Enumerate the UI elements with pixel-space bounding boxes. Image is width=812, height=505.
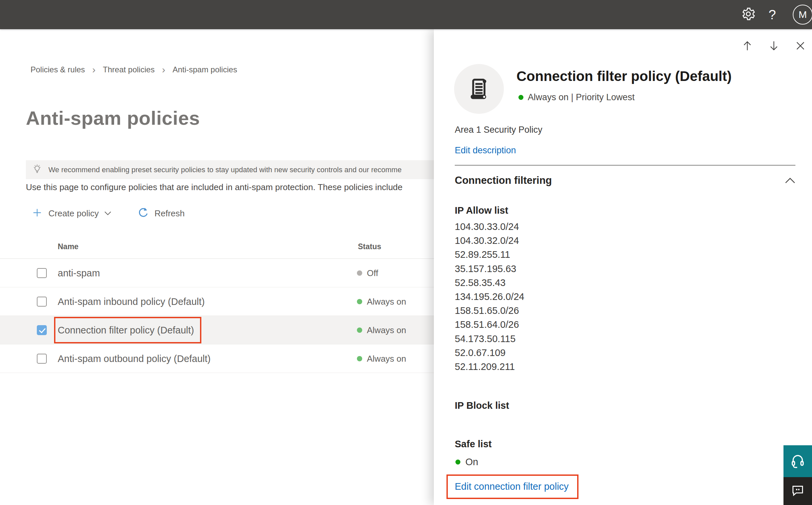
breadcrumb-separator-icon: › <box>162 66 165 74</box>
scroll-icon <box>466 75 492 103</box>
status-label: Off <box>367 268 378 278</box>
policy-name[interactable]: Anti-spam outbound policy (Default) <box>58 353 211 364</box>
next-item-button[interactable] <box>767 39 781 52</box>
status-cell: Always on <box>357 287 406 316</box>
lightbulb-icon <box>32 164 42 176</box>
divider <box>455 165 795 166</box>
flyout-status-line: Always on | Priority Lowest <box>519 92 634 103</box>
breadcrumb-policies-rules[interactable]: Policies & rules <box>30 65 85 74</box>
status-dot <box>357 271 362 276</box>
policy-description: Area 1 Security Policy <box>455 125 542 135</box>
ip-entry: 54.173.50.115 <box>455 332 525 346</box>
ip-entry: 158.51.65.0/26 <box>455 304 525 318</box>
previous-item-button[interactable] <box>741 39 754 52</box>
table-row[interactable]: anti-spam Off <box>0 259 444 287</box>
toolbar: Create policy Refresh <box>32 206 185 221</box>
policy-table: Name Status anti-spam Off Anti-spam inbo… <box>0 236 444 373</box>
policy-name[interactable]: Anti-spam inbound policy (Default) <box>58 296 205 307</box>
feedback-chat-icon <box>790 483 805 499</box>
status-label: Always on <box>367 354 406 364</box>
ip-entry: 52.89.255.11 <box>455 247 525 262</box>
table-row[interactable]: Anti-spam outbound policy (Default) Alwa… <box>0 344 444 373</box>
ip-entry: 52.0.67.109 <box>455 346 525 360</box>
breadcrumb-anti-spam-policies[interactable]: Anti-spam policies <box>173 65 237 74</box>
status-label: Always on <box>367 325 406 335</box>
help-button[interactable]: ? <box>760 0 784 29</box>
refresh-button[interactable]: Refresh <box>137 207 185 220</box>
safe-list-title: Safe list <box>455 439 491 450</box>
account-button[interactable]: M <box>784 0 812 29</box>
policy-name[interactable]: anti-spam <box>58 268 100 279</box>
status-cell: Always on <box>357 344 406 373</box>
arrow-down-icon <box>768 39 780 52</box>
edit-description-link[interactable]: Edit description <box>455 145 516 156</box>
top-app-bar: ? M <box>0 0 812 29</box>
ip-block-list-title: IP Block list <box>455 400 509 411</box>
status-dot <box>357 356 362 361</box>
table-row-selected[interactable]: Connection filter policy (Default) Alway… <box>0 316 444 344</box>
ip-entry: 104.30.32.0/24 <box>455 233 525 247</box>
page-title: Anti-spam policies <box>26 107 200 129</box>
breadcrumb-separator-icon: › <box>92 66 95 74</box>
status-cell: Always on <box>357 316 406 344</box>
table-row[interactable]: Anti-spam inbound policy (Default) Alway… <box>0 287 444 316</box>
refresh-label: Refresh <box>155 208 185 219</box>
row-checkbox[interactable] <box>37 297 47 307</box>
status-priority-label: Always on | Priority Lowest <box>528 92 634 103</box>
refresh-icon <box>137 207 149 220</box>
headset-icon <box>789 452 806 471</box>
flyout-title: Connection filter policy (Default) <box>517 68 795 84</box>
avatar: M <box>793 5 812 25</box>
policy-avatar <box>454 64 504 114</box>
status-dot <box>519 95 524 100</box>
support-button[interactable] <box>784 445 812 477</box>
status-cell: Off <box>357 259 378 287</box>
ip-entry: 52.58.35.43 <box>455 276 525 290</box>
status-dot <box>455 460 460 465</box>
ip-entry: 158.51.64.0/26 <box>455 318 525 331</box>
plus-icon <box>32 207 42 219</box>
avatar-initial: M <box>799 9 807 20</box>
breadcrumb: Policies & rules › Threat policies › Ant… <box>30 65 237 74</box>
safe-list-status-label: On <box>465 457 478 468</box>
chevron-down-icon <box>104 211 112 217</box>
row-checkbox[interactable] <box>37 268 47 278</box>
ip-entry: 35.157.195.63 <box>455 262 525 276</box>
section-connection-filtering: Connection filtering <box>455 175 552 186</box>
flyout-nav <box>741 39 807 52</box>
gear-icon <box>741 6 756 23</box>
status-dot <box>357 299 362 304</box>
close-flyout-button[interactable] <box>794 39 807 52</box>
breadcrumb-threat-policies[interactable]: Threat policies <box>103 65 155 74</box>
ip-entry: 52.11.209.211 <box>455 360 525 374</box>
safe-list-status: On <box>455 457 478 468</box>
create-policy-label: Create policy <box>48 208 99 219</box>
policy-name[interactable]: Connection filter policy (Default) <box>58 325 194 336</box>
chevron-up-icon <box>785 177 795 184</box>
column-header-status[interactable]: Status <box>358 242 381 251</box>
create-policy-button[interactable]: Create policy <box>32 207 112 219</box>
edit-connection-filter-policy-link[interactable]: Edit connection filter policy <box>455 481 569 492</box>
ip-allow-list-title: IP Allow list <box>455 205 508 216</box>
row-checkbox[interactable] <box>37 325 47 335</box>
settings-button[interactable] <box>736 0 760 29</box>
arrow-up-icon <box>741 39 754 52</box>
banner-text: We recommend enabling preset security po… <box>48 166 402 174</box>
app-root: ? M Policies & rules › Threat policies ›… <box>0 0 812 505</box>
feedback-button[interactable] <box>784 477 812 505</box>
ip-entry: 104.30.33.0/24 <box>455 220 525 233</box>
ip-allow-list: 104.30.33.0/24 104.30.32.0/24 52.89.255.… <box>455 220 525 374</box>
row-checkbox[interactable] <box>37 354 47 364</box>
status-label: Always on <box>367 297 406 307</box>
policy-details-flyout: Connection filter policy (Default) Alway… <box>434 29 812 505</box>
close-icon <box>795 40 806 51</box>
page-description: Use this page to configure policies that… <box>26 182 444 192</box>
ip-entry: 134.195.26.0/24 <box>455 290 525 304</box>
help-icon: ? <box>769 7 776 22</box>
status-dot <box>357 328 362 333</box>
collapse-section-button[interactable] <box>785 177 795 185</box>
table-header: Name Status <box>0 236 444 259</box>
column-header-name[interactable]: Name <box>58 242 78 251</box>
